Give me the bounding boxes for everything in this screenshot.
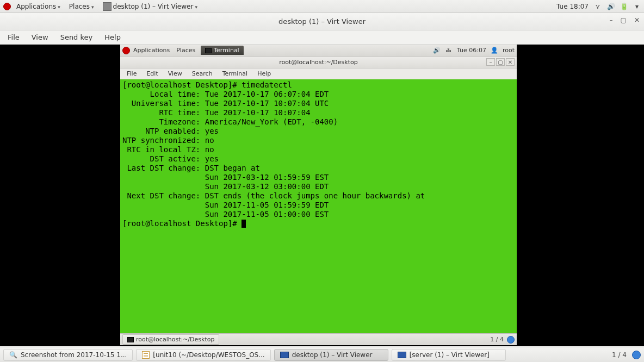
terminal-body[interactable]: [root@localhost Desktop]# timedatectl Lo…	[120, 79, 517, 333]
term-menu-terminal[interactable]: Terminal	[218, 69, 252, 78]
virt-viewer-titlebar[interactable]: desktop (1) – Virt Viewer – ▢ ✕	[0, 13, 644, 30]
term-menu-help[interactable]: Help	[253, 69, 275, 78]
task-editor-label: [unit10 (~/Desktop/WESTOS_OS...	[153, 351, 264, 359]
terminal-title: root@localhost:~/Desktop	[279, 59, 357, 66]
terminal-cursor	[242, 220, 246, 228]
guest-bottom-panel: root@localhost:~/Desktop 1 / 4	[120, 333, 517, 345]
close-button[interactable]: ✕	[634, 16, 640, 24]
guest-task-terminal[interactable]: root@localhost:~/Desktop	[122, 334, 219, 345]
terminal-titlebar[interactable]: root@localhost:~/Desktop – ▢ ✕	[120, 57, 517, 68]
guest-top-panel: Applications Places Terminal 🔊 🖧 Tue 06:…	[120, 45, 517, 57]
guest-applications-menu[interactable]: Applications	[130, 46, 173, 55]
outer-clock[interactable]: Tue 18:07	[556, 3, 589, 10]
terminal-maximize-button[interactable]: ▢	[496, 58, 505, 66]
task-server-vm[interactable]: [server (1) – Virt Viewer]	[392, 349, 506, 361]
vv-menu-file[interactable]: File	[2, 32, 25, 43]
guest-active-app-tab[interactable]: Terminal	[201, 46, 244, 55]
text-editor-icon	[142, 351, 150, 359]
vm-display-area[interactable]: Applications Places Terminal 🔊 🖧 Tue 06:…	[0, 45, 644, 346]
vv-menu-help[interactable]: Help	[99, 32, 126, 43]
active-app-menu[interactable]: desktop (1) – Virt Viewer	[100, 1, 201, 12]
outer-workspace-indicator[interactable]: 1 / 4	[612, 351, 627, 359]
places-menu[interactable]: Places	[66, 2, 97, 11]
terminal-icon	[127, 337, 134, 342]
guest-places-menu[interactable]: Places	[173, 46, 199, 55]
minimize-button[interactable]: –	[610, 16, 613, 24]
outer-bottom-panel: Screenshot from 2017-10-15 1... [unit10 …	[0, 347, 644, 362]
guest-volume-icon[interactable]: 🔊	[433, 47, 441, 54]
virt-viewer-title: desktop (1) – Virt Viewer	[278, 17, 366, 26]
battery-icon[interactable]: 🔋	[620, 3, 628, 10]
vm-icon	[398, 352, 406, 358]
terminal-icon	[205, 48, 212, 53]
guest-clock[interactable]: Tue 06:07	[457, 47, 486, 54]
terminal-menubar: File Edit View Search Terminal Help	[120, 68, 517, 79]
wifi-icon[interactable]: ⋎	[594, 3, 602, 10]
terminal-window: root@localhost:~/Desktop – ▢ ✕ File Edit…	[120, 57, 517, 333]
outer-top-panel: Applications Places desktop (1) – Virt V…	[0, 0, 644, 13]
task-desktop-vm[interactable]: desktop (1) – Virt Viewer	[274, 349, 388, 361]
power-menu-icon[interactable]: ▾	[633, 3, 641, 10]
term-menu-view[interactable]: View	[164, 69, 187, 78]
virt-viewer-menubar: File View Send key Help	[0, 30, 644, 45]
task-screenshot[interactable]: Screenshot from 2017-10-15 1...	[3, 349, 133, 361]
vv-menu-sendkey[interactable]: Send key	[55, 32, 98, 43]
terminal-close-button[interactable]: ✕	[506, 58, 515, 66]
guest-user-icon[interactable]: 👤	[491, 47, 498, 54]
guest-distro-icon	[122, 47, 130, 54]
places-label: Places	[69, 3, 90, 10]
vv-menu-view[interactable]: View	[26, 32, 54, 43]
guest-workspace-indicator[interactable]: 1 / 4	[490, 336, 504, 343]
task-desktop-vm-label: desktop (1) – Virt Viewer	[292, 351, 373, 359]
active-app-icon	[103, 2, 112, 11]
guest-user-label[interactable]: root	[503, 47, 515, 54]
distro-icon	[3, 3, 11, 10]
guest-active-app-label: Terminal	[214, 47, 239, 54]
applications-label: Applications	[16, 3, 56, 10]
task-screenshot-label: Screenshot from 2017-10-15 1...	[21, 351, 127, 359]
vm-icon	[280, 352, 289, 358]
applications-menu[interactable]: Applications	[13, 2, 64, 11]
guest-network-icon[interactable]: 🖧	[445, 47, 453, 54]
image-viewer-icon	[9, 351, 17, 359]
terminal-minimize-button[interactable]: –	[486, 58, 495, 66]
term-menu-file[interactable]: File	[122, 69, 141, 78]
term-menu-search[interactable]: Search	[188, 69, 217, 78]
maximize-button[interactable]: ▢	[621, 16, 627, 24]
active-app-label: desktop (1) – Virt Viewer	[113, 3, 194, 10]
outer-show-desktop-icon[interactable]	[632, 351, 641, 359]
task-editor[interactable]: [unit10 (~/Desktop/WESTOS_OS...	[136, 349, 270, 361]
task-server-vm-label: [server (1) – Virt Viewer]	[410, 351, 490, 359]
guest-desktop: Applications Places Terminal 🔊 🖧 Tue 06:…	[120, 45, 517, 345]
guest-task-terminal-label: root@localhost:~/Desktop	[136, 336, 214, 343]
term-menu-edit[interactable]: Edit	[142, 69, 162, 78]
guest-show-desktop-icon[interactable]	[507, 336, 515, 344]
volume-icon[interactable]: 🔊	[607, 3, 615, 10]
